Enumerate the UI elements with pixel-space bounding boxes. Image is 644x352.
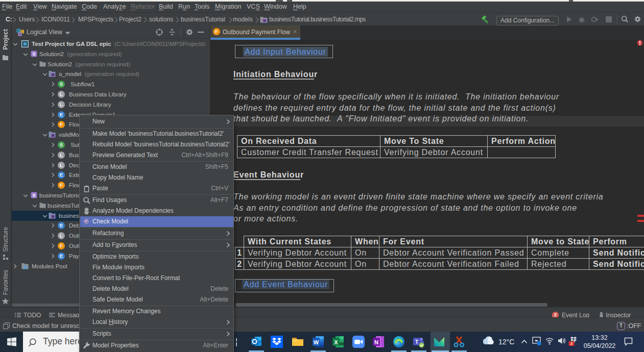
svg-text:D: D xyxy=(17,29,19,32)
svg-text:X: X xyxy=(334,339,338,345)
svg-text:M: M xyxy=(52,73,54,77)
svg-text:2: 2 xyxy=(570,341,573,346)
svg-text:T: T xyxy=(415,339,418,345)
svg-text:S: S xyxy=(32,52,35,57)
svg-text:S: S xyxy=(19,33,21,36)
svg-text:M: M xyxy=(52,134,54,137)
svg-text:M: M xyxy=(263,19,266,22)
svg-text:S: S xyxy=(32,193,35,198)
svg-text:W: W xyxy=(314,339,319,345)
svg-text:M: M xyxy=(52,215,54,218)
svg-text:N: N xyxy=(374,339,378,345)
